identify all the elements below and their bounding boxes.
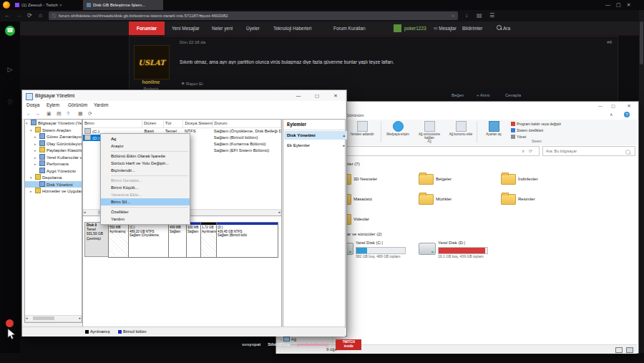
- quote-button[interactable]: + Alıntı: [477, 93, 490, 97]
- folder-indirilenler[interactable]: İndirilenler: [501, 172, 578, 188]
- back-icon[interactable]: ←: [4, 10, 10, 21]
- forum-nav-neler-yeni[interactable]: Neler yeni: [212, 21, 233, 35]
- folder-belgeler[interactable]: Belgeler: [419, 172, 496, 188]
- tab-close-icon[interactable]: ×: [59, 3, 62, 7]
- avatar[interactable]: [394, 24, 401, 32]
- partition-d[interactable]: (D:)439,45 GB NTFSSağlam (Birincil bölü: [216, 222, 278, 258]
- list-view-icon[interactable]: ▤: [57, 109, 62, 119]
- partition-c[interactable]: (C:)489,20 GB NTFSSağlam (Önyükleme,: [128, 222, 170, 258]
- folder-muzikler[interactable]: Müzikler: [419, 192, 496, 208]
- tree-item-yerel-kullanicilar[interactable]: ▸Yerel Kullanıcılar ve Gru: [25, 154, 82, 161]
- footer-link-pembeteknoloji[interactable]: pembeteknoloji: [297, 342, 328, 347]
- cm-titlebar[interactable]: Bilgisayar Yönetimi — ▢ ✕: [22, 90, 345, 101]
- menu-item-yardim[interactable]: Yardım: [101, 216, 190, 223]
- scroll-left-icon[interactable]: ◂: [26, 316, 28, 320]
- forum-nav-forumlar[interactable]: Forumlar: [129, 21, 165, 35]
- forum-nav-forum-kurallari[interactable]: Forum Kuralları: [333, 21, 366, 35]
- section-folders[interactable]: Klasörler (7): [336, 162, 479, 166]
- report-link[interactable]: ⚑ Rapor Et: [181, 81, 203, 86]
- browser-window-controls[interactable]: —▢✕: [605, 0, 637, 10]
- share-icon[interactable]: ▷: [5, 64, 15, 74]
- close-icon[interactable]: ✕: [627, 2, 637, 7]
- browser-scrollbar-thumb[interactable]: [640, 21, 643, 64]
- maximize-icon[interactable]: ▢: [308, 90, 326, 101]
- post-username[interactable]: honline: [131, 79, 171, 84]
- refresh-icon[interactable]: ⟳: [529, 147, 532, 155]
- browser-tab-forum[interactable]: Disk GB Birleştirme İşlem...: [83, 0, 163, 10]
- maximize-icon[interactable]: ▢: [607, 102, 620, 111]
- forward-icon[interactable]: →: [16, 10, 21, 21]
- menu-dosya[interactable]: Dosya: [26, 101, 39, 109]
- hamburger-menu-icon[interactable]: ☰: [489, 10, 494, 21]
- minimize-icon[interactable]: —: [605, 2, 616, 7]
- partition-recovery[interactable]: 499 MBSağlam: [168, 222, 187, 258]
- refresh-icon[interactable]: ⟳: [88, 109, 92, 119]
- section-drives[interactable]: Aygıtlar ve sürücüler (2): [336, 232, 494, 236]
- partition-efi[interactable]: 100 MBSağlam: [186, 222, 202, 258]
- drive-d[interactable]: Yerel Disk (D:) 19,1 GB boş, 439 GB topl…: [419, 241, 497, 261]
- menu-item-bolumu-etkin[interactable]: Bölümü Etkin Olarak İşaretle: [101, 153, 190, 160]
- close-icon[interactable]: ✕: [621, 102, 637, 111]
- menu-yardim[interactable]: Yardım: [94, 101, 108, 109]
- menu-eylem[interactable]: Eylem: [47, 101, 59, 109]
- disk-view-icon[interactable]: ▦: [78, 109, 83, 119]
- help-icon[interactable]: ?: [624, 112, 630, 117]
- folder-3d-nesneler[interactable]: 3D Nesneler: [336, 172, 414, 188]
- downloads-icon[interactable]: ↓: [465, 10, 468, 21]
- help-icon[interactable]: ?: [67, 109, 69, 119]
- footer-link-sihirlielma[interactable]: SihirliElma: [268, 342, 290, 347]
- collapse-icon[interactable]: ▴: [343, 131, 345, 140]
- home-icon[interactable]: ⌂: [39, 10, 42, 21]
- tree-item-depolama[interactable]: ▾Depolama: [25, 174, 82, 181]
- tree-item-olay-goruntuleyicisi[interactable]: ▸Olay Görüntüleyicisi: [25, 140, 82, 147]
- console-window-icon[interactable]: ▣: [47, 109, 52, 119]
- forum-nav-uyeler[interactable]: Üyeler: [246, 21, 260, 35]
- scroll-right-icon[interactable]: ▸: [278, 210, 280, 214]
- menu-item-ozellikler[interactable]: Özellikler: [101, 208, 190, 216]
- tree-item-sistem-araclari[interactable]: ▾Sistem Araçları: [25, 127, 82, 134]
- partition-unallocated-2[interactable]: 1,72 GBAyrılmamış: [200, 222, 218, 258]
- ribbon-collapse-icon[interactable]: ∧: [610, 112, 613, 117]
- forum-nav-yeni-mesajlar[interactable]: Yeni Mesajlar: [172, 21, 200, 35]
- menu-item-surucu-harfi[interactable]: Sürücü Harfi ve Yolu Değiştir...: [101, 160, 190, 167]
- menu-item-ac[interactable]: Aç: [101, 135, 190, 142]
- thumbnail-view-icon[interactable]: [626, 347, 633, 353]
- footer-link-twitch-inside[interactable]: TWITCHinside: [336, 339, 361, 350]
- firefox-icon[interactable]: [3, 1, 10, 9]
- partition-unallocated-1[interactable]: 550 MBAyrılmamış: [108, 222, 130, 258]
- post-avatar[interactable]: USLAT: [134, 45, 170, 79]
- ribbon-sistem-ozellikleri-button[interactable]: Sistem özellikleri: [511, 127, 597, 134]
- forum-nav-teknoloji-haberleri[interactable]: Teknoloji Haberleri: [273, 21, 311, 35]
- menu-item-birim-sil[interactable]: Birim Sil...: [101, 198, 190, 205]
- reload-icon[interactable]: ⟳: [27, 10, 32, 21]
- whatsapp-icon[interactable]: ☎: [5, 26, 15, 36]
- menu-gorunum[interactable]: Görünüm: [68, 101, 87, 109]
- disk0-label[interactable]: Disk 0 Temel 931,50 GB Çevrimiçi: [84, 222, 109, 257]
- minimize-icon[interactable]: —: [594, 102, 607, 111]
- tree-item-disk-yonetimi[interactable]: Disk Yönetimi: [25, 181, 82, 188]
- post-number[interactable]: #8: [607, 40, 612, 44]
- tree-item-performans[interactable]: ▸Performans: [25, 160, 82, 168]
- record-icon[interactable]: [6, 319, 14, 327]
- tree-item-gorev-zamanlayici[interactable]: ▸Görev Zamanlayıcı: [25, 133, 82, 140]
- scroll-right-icon[interactable]: ▸: [79, 316, 81, 320]
- reply-button[interactable]: Cevapla: [505, 93, 521, 97]
- forward-icon[interactable]: →: [35, 109, 40, 119]
- url-bar[interactable]: ⓘforum.shiftdelete.net/threads/disk-gb-b…: [49, 11, 458, 20]
- tree-hscrollbar[interactable]: ◂▸: [25, 315, 82, 322]
- search-box[interactable]: Ara: Bu bilgisayar: [542, 146, 635, 156]
- alerts-link[interactable]: Bildirimler: [462, 21, 483, 35]
- ribbon-program-kaldir-button[interactable]: Program kaldır veya değiştir: [511, 121, 597, 127]
- scroll-left-icon[interactable]: ◂: [84, 210, 86, 214]
- drive-c[interactable]: Yerel Disk (C:) 382 GB boş, 489 GB topla…: [336, 241, 415, 261]
- address-dropdown-icon[interactable]: ∨: [522, 147, 525, 155]
- tree-item-bilgisayar-yonetimi[interactable]: ▾Bilgisayar Yönetimi (Yerel): [25, 120, 82, 127]
- heart-icon[interactable]: ♡: [5, 97, 15, 107]
- like-button[interactable]: Beğen: [452, 93, 464, 97]
- actions-disk-yonetimi[interactable]: Disk Yönetimi▴: [284, 131, 347, 140]
- close-icon[interactable]: ✕: [327, 90, 344, 101]
- menu-item-birimi-kucult[interactable]: Birimi Küçült...: [101, 184, 190, 191]
- expand-icon[interactable]: ▸: [343, 141, 345, 150]
- tree-item-hizmetler[interactable]: ▸Hizmetler ve Uygulamalar: [25, 188, 82, 195]
- details-view-icon[interactable]: [615, 347, 623, 353]
